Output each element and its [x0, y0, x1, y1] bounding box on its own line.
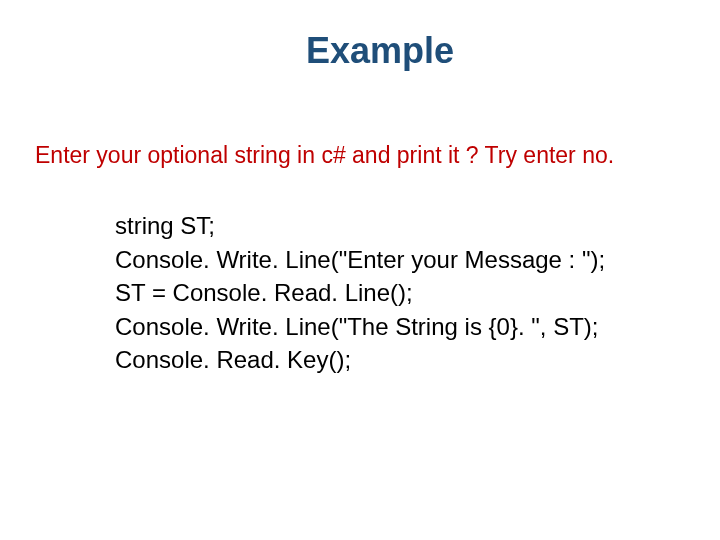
- code-line-4: Console. Write. Line("The String is {0}.…: [115, 310, 680, 344]
- code-line-5: Console. Read. Key();: [115, 343, 680, 377]
- code-line-3: ST = Console. Read. Line();: [115, 276, 680, 310]
- code-line-1: string ST;: [115, 209, 680, 243]
- slide-container: Example Enter your optional string in c#…: [0, 0, 720, 540]
- code-line-2: Console. Write. Line("Enter your Message…: [115, 243, 680, 277]
- slide-subtitle: Enter your optional string in c# and pri…: [35, 142, 680, 169]
- code-block: string ST; Console. Write. Line("Enter y…: [115, 209, 680, 377]
- slide-title: Example: [80, 30, 680, 72]
